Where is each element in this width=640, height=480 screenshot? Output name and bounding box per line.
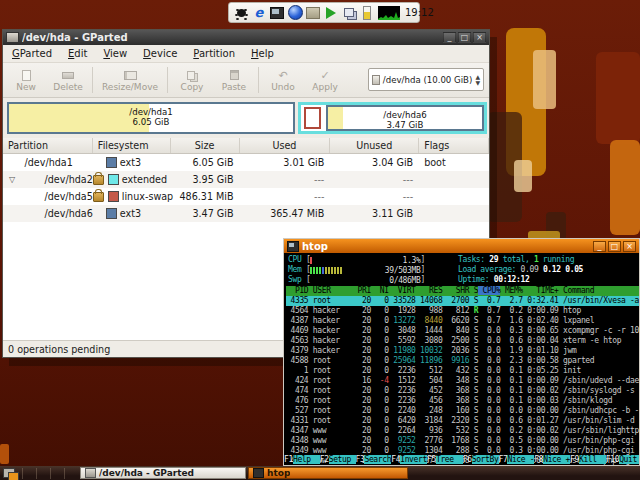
column-header-used[interactable]: Used [240,138,331,153]
battery-icon[interactable] [359,5,375,21]
desktop-cell-4[interactable] [64,468,76,479]
column-header-partition[interactable]: Partition [3,138,93,153]
files-icon[interactable] [341,5,357,21]
fkey-f6[interactable]: F6SortBy [463,455,499,465]
menu-gparted[interactable]: GParted [5,47,59,60]
column-header-unused[interactable]: Unused [330,138,419,153]
resize-move-button[interactable]: Resize/Move [96,68,164,93]
maximize-button[interactable]: □ [458,32,471,43]
proc-col-time[interactable]: TIME+ [523,286,559,295]
htop-function-key-bar: F1Help F2Setup F3SearchF4InvertF5Tree F6… [284,455,639,465]
gparted-menubar: GPartedEditViewDevicePartitionHelp [3,45,489,63]
proc-col-s[interactable]: S [469,286,478,295]
process-row-1[interactable]: 1 root 20 0 2236 512 432 S 0.0 0.1 0:05.… [286,366,639,376]
mem-meter: Mem[39/503MB] [288,265,425,275]
fkey-f4[interactable]: F4Invert [391,455,427,465]
partition-box-swap[interactable] [304,107,321,129]
process-row-474[interactable]: 474 root 20 0 2236 452 368 S 0.0 0.1 0:0… [286,386,639,396]
maximize-button[interactable]: □ [608,241,621,252]
process-row-4335[interactable]: 4335 root 20 0 33528 14068 2700 S 0.7 2.… [286,296,639,306]
desktop-cell-1[interactable] [22,468,34,479]
partition-box-extended[interactable]: /dev/hda63.47 GiB [298,102,487,134]
htop-process-header[interactable]: PID USER PRI NI VIRT RES SHR S CPU% MEM%… [286,286,639,296]
copy-button[interactable]: Copy [171,68,213,93]
menu-help[interactable]: Help [244,47,281,60]
close-button[interactable]: × [473,32,486,43]
proc-col-shr[interactable]: SHR [442,286,469,295]
minimize-button[interactable]: _ [443,32,456,43]
expander-icon[interactable]: ▽ [9,175,15,184]
fkey-f5[interactable]: F5Tree [427,455,463,465]
fkey-f2[interactable]: F2Setup [320,455,356,465]
proc-col-mem[interactable]: MEM% [500,286,522,295]
desktop-cell-2[interactable] [36,468,48,479]
htop-terminal[interactable]: CPU[1.3%]Mem[39/503MB]Swp[0/486MB] Tasks… [284,253,639,465]
fkey-f8[interactable]: F8Nice + [534,455,570,465]
process-row-4379[interactable]: 4379 hacker 20 0 11980 10032 2036 S 0.0 … [286,346,639,356]
proc-col-user[interactable]: USER [308,286,353,295]
process-row-4347[interactable]: 4347 www 20 0 2264 936 532 S 0.0 0.2 0:0… [286,426,639,436]
proc-col-virt[interactable]: VIRT [389,286,416,295]
fkey-f9[interactable]: F9Kill [570,455,606,465]
column-header-flags[interactable]: Flags [419,138,489,153]
column-header-size[interactable]: Size [171,138,240,153]
process-row-4331[interactable]: 4331 root 20 0 6420 3184 2320 S 0.0 0.6 … [286,416,639,426]
undo-button[interactable]: ↶Undo [262,68,304,93]
terminal-icon[interactable] [269,5,285,21]
partition-table-header[interactable]: PartitionFilesystemSizeUsedUnusedFlags [3,138,489,154]
package-icon[interactable] [305,5,321,21]
browser-e-icon[interactable]: e [251,5,267,21]
play-icon[interactable] [323,5,339,21]
pager-icon[interactable] [2,468,20,479]
proc-col-ni[interactable]: NI [371,286,389,295]
proc-col-cpu[interactable]: CPU% [478,286,500,295]
menu-view[interactable]: View [96,47,134,60]
fkey-f7[interactable]: F7Nice - [499,455,535,465]
paste-button[interactable]: Paste [213,68,255,93]
menu-edit[interactable]: Edit [61,47,94,60]
minimize-button[interactable]: _ [593,241,606,252]
menu-device[interactable]: Device [136,47,184,60]
fkey-f10[interactable]: F10Quit [606,455,639,465]
gparted-titlebar[interactable]: /dev/hda - GParted _□× [3,30,489,45]
taskbar-button-gparted[interactable]: /dev/hda - GParted [80,467,246,479]
globe-icon[interactable] [287,5,303,21]
device-selector-combo[interactable]: /dev/hda (10.00 GiB) ▲▼ [368,68,484,91]
close-button[interactable]: × [623,241,636,252]
fkey-f3[interactable]: F3Search [356,455,392,465]
partition-row-hda1[interactable]: /dev/hda1ext36.05 GiB3.01 GiB3.04 GiBboo… [3,154,489,171]
copy-icon [187,69,198,82]
process-row-4348[interactable]: 4348 www 20 0 9252 2776 1768 S 0.0 0.5 0… [286,436,639,446]
taskbar-button-htop[interactable]: htop [248,467,408,479]
spider-icon[interactable] [233,5,249,21]
process-row-527[interactable]: 527 root 20 0 2240 248 160 S 0.0 0.0 0:0… [286,406,639,416]
proc-col-command[interactable]: Command [559,286,595,295]
new-button[interactable]: New [5,68,47,93]
proc-col-pri[interactable]: PRI [353,286,371,295]
process-row-424[interactable]: 424 root 16 -4 1512 504 348 S 0.0 0.1 0:… [286,376,639,386]
htop-window-controls: _□× [593,241,636,252]
apply-button[interactable]: ✓Apply [304,68,346,93]
partition-row-hda5[interactable]: /dev/hda5linux-swap486.31 MiB------ [3,188,489,205]
process-row-476[interactable]: 476 root 20 0 2236 456 368 S 0.0 0.1 0:0… [286,396,639,406]
proc-col-res[interactable]: RES [416,286,443,295]
htop-titlebar[interactable]: htop _□× [284,239,639,253]
partition-row-hda6[interactable]: /dev/hda6ext33.47 GiB365.47 MiB3.11 GiB [3,205,489,222]
column-header-filesystem[interactable]: Filesystem [93,138,171,153]
fkey-f1[interactable]: F1Help [284,455,320,465]
process-row-4469[interactable]: 4469 hacker 20 0 3048 1444 840 S 0.0 0.3… [286,326,639,336]
desktop-cell-3[interactable] [50,468,62,479]
partition-box-hda1[interactable]: /dev/hda16.05 GiB [7,102,295,134]
cpu-graph-icon[interactable] [377,5,401,21]
menu-partition[interactable]: Partition [186,47,242,60]
process-row-4563[interactable]: 4563 hacker 20 0 5592 3080 2500 S 0.0 0.… [286,336,639,346]
htop-task-icon [253,468,264,478]
partition-box-hda6[interactable]: /dev/hda63.47 GiB [326,105,484,131]
partition-row-hda2[interactable]: ▽/dev/hda2extended3.95 GiB------ [3,171,489,188]
process-row-4588[interactable]: 4588 root 20 0 25964 11896 9916 S 0.0 2.… [286,356,639,366]
proc-col-pid[interactable]: PID [286,286,308,295]
delete-button[interactable]: Delete [47,68,89,93]
combo-spinner-icon[interactable]: ▲▼ [475,74,480,86]
process-row-4387[interactable]: 4387 hacker 20 0 13272 8440 6620 S 0.7 1… [286,316,639,326]
process-row-4564[interactable]: 4564 hacker 20 0 1928 988 812 R 0.7 0.2 … [286,306,639,316]
